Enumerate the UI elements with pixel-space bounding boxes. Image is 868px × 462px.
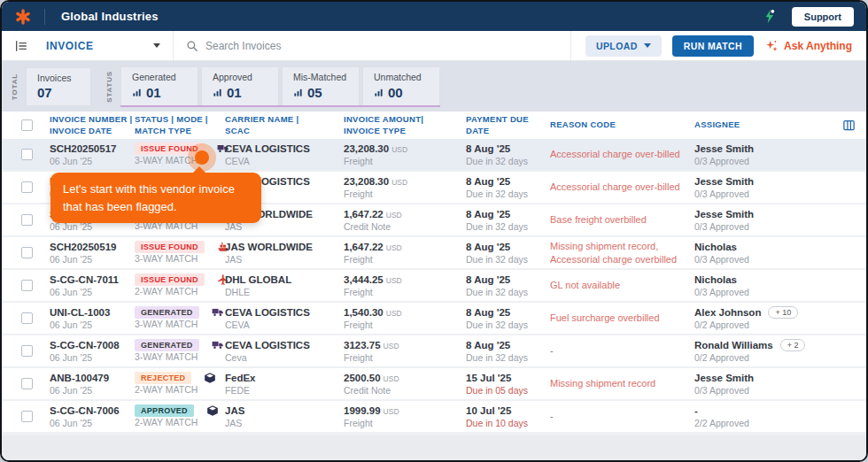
invoice-number: S-CG-CN-7006	[50, 404, 135, 418]
currency-label: USD	[386, 243, 402, 252]
invoice-type: Freight	[344, 189, 466, 201]
due-date: 8 Aug '25	[466, 240, 550, 254]
invoice-number-cell: SCH20250517 06 Jun '25	[50, 142, 135, 168]
row-checkbox[interactable]	[21, 214, 33, 226]
header-carrier[interactable]: CARRIER NAME |SCAC	[225, 114, 344, 136]
carrier-cell: CEVA LOGISTICS CEVA	[225, 305, 344, 332]
status-vertical-label: STATUS	[105, 71, 113, 103]
stat-card-unmatched[interactable]: Unmatched 00	[362, 66, 440, 105]
reason-code: Base freight overbilled	[550, 213, 694, 227]
header-due-date[interactable]: PAYMENT DUE DATE	[466, 114, 550, 136]
match-type: 2-WAY MATCH	[135, 417, 225, 429]
invoice-date: 06 Jun '25	[50, 418, 135, 430]
due-date-cell: 8 Aug '25 Due in 32 days	[466, 338, 550, 365]
guide-tooltip: Let's start with this vendor invoice tha…	[50, 173, 261, 223]
assignee-name: Jesse Smith	[694, 207, 754, 221]
header-invoice-number[interactable]: INVOICE NUMBER |INVOICE DATE	[50, 114, 135, 136]
stat-value: 01	[227, 85, 242, 100]
mode-icon	[206, 404, 219, 417]
header-assignee[interactable]: ASSIGNEE	[694, 119, 825, 130]
mode-icon	[204, 372, 216, 384]
stat-value: 00	[388, 85, 403, 100]
header-amount[interactable]: INVOICE AMOUNT|INVOICE TYPE	[344, 114, 466, 136]
row-checkbox[interactable]	[21, 149, 33, 160]
status-cell: ISSUE FOUND 3-WAY MATCH	[135, 241, 225, 266]
reason-code: -	[550, 410, 694, 423]
due-date-cell: 8 Aug '25 Due in 32 days	[466, 142, 550, 168]
carrier-name: JAS WORLDWIDE	[225, 240, 344, 254]
invoice-table-row[interactable]: SCH20250517 06 Jun '25 ISSUE FOUND 3-WAY…	[2, 139, 866, 170]
reason-code: Missing shipment record	[550, 377, 694, 390]
stat-card-mis-matched[interactable]: Mis-Matched 05	[282, 66, 360, 105]
invoice-number-cell: ANB-100479 06 Jun '25	[50, 371, 135, 397]
invoice-table-row[interactable]: SCH20250519 06 Jun '25 ISSUE FOUND 3-WAY…	[2, 237, 866, 268]
reason-code: GL not available	[550, 279, 694, 292]
header-reason-code[interactable]: REASON CODE	[550, 119, 694, 130]
select-all-checkbox[interactable]	[21, 119, 33, 131]
row-checkbox[interactable]	[21, 181, 33, 193]
ask-anything-button[interactable]: Ask Anything	[764, 39, 852, 53]
due-in: Due in 32 days	[466, 352, 550, 365]
invoice-table-row[interactable]: S-CG-CN-7008 06 Jun '25 GENERATED 3-WAY …	[2, 335, 866, 366]
invoice-date: 06 Jun '25	[50, 352, 135, 365]
invoice-table-row[interactable]: UNI-CL-1003 06 Jun '25 GENERATED 3-WAY M…	[2, 303, 866, 334]
row-checkbox[interactable]	[21, 378, 33, 389]
module-dropdown[interactable]: INVOICE	[41, 31, 174, 60]
due-date: 8 Aug '25	[466, 273, 550, 287]
stat-card-generated[interactable]: Generated 01	[120, 66, 198, 105]
header-status-mode[interactable]: STATUS | MODE |MATCH TYPE	[135, 114, 225, 136]
assignee-extra-badge[interactable]: + 2	[780, 339, 806, 351]
search-input[interactable]	[205, 40, 471, 52]
stat-card-invoices[interactable]: Invoices 07	[26, 67, 91, 106]
carrier-scac: DHLE	[225, 287, 344, 299]
top-bar: Global Industries Support	[2, 2, 866, 31]
row-checkbox[interactable]	[21, 280, 33, 291]
invoice-date: 06 Jun '25	[50, 254, 135, 266]
invoice-amount: 3,444.25	[344, 274, 384, 285]
upload-button[interactable]: UPLOAD	[585, 35, 662, 57]
stat-card-approved[interactable]: Approved 01	[201, 66, 279, 105]
invoice-table-row[interactable]: S-CG-CN-7011 06 Jun '25 ISSUE FOUND 2-WA…	[2, 270, 866, 301]
bar-chart-icon	[374, 88, 384, 97]
carrier-cell: CEVA LOGISTICS Ceva	[225, 338, 344, 365]
reason-code: Fuel surcharge overbilled	[550, 312, 694, 325]
invoice-number: S-CG-CN-7008	[50, 338, 135, 352]
menu-list-icon[interactable]	[2, 31, 41, 60]
due-date-cell: 8 Aug '25 Due in 32 days	[466, 174, 550, 201]
row-checkbox[interactable]	[21, 312, 33, 324]
due-date: 8 Aug '25	[466, 174, 550, 189]
due-date: 10 Jul '25	[466, 404, 550, 418]
approved-count: 0/3 Approved	[694, 254, 825, 266]
invoice-number: SCH20250517	[50, 142, 135, 156]
brand-asterisk-icon[interactable]	[14, 8, 32, 26]
run-match-button[interactable]: RUN MATCH	[672, 35, 754, 57]
currency-label: USD	[386, 211, 402, 219]
column-settings-icon[interactable]	[842, 119, 856, 132]
status-badge: APPROVED	[135, 404, 194, 417]
row-checkbox[interactable]	[21, 345, 33, 357]
bottom-strip	[2, 435, 866, 460]
invoice-amount: 1,647.22	[344, 209, 384, 219]
invoice-amount: 1,540.30	[344, 307, 384, 318]
due-in: Due in 05 days	[466, 385, 550, 397]
due-in: Due in 32 days	[466, 287, 550, 299]
due-date-cell: 8 Aug '25 Due in 32 days	[466, 273, 550, 299]
invoice-table-row[interactable]: ANB-100479 06 Jun '25 REJECTED 2-WAY MAT…	[2, 368, 866, 399]
status-cell: ISSUE FOUND 3-WAY MATCH	[135, 142, 225, 167]
due-in: Due in 32 days	[466, 221, 550, 234]
invoice-amount: 1,647.22	[344, 242, 384, 252]
row-checkbox[interactable]	[21, 247, 33, 258]
invoice-type: Freight	[344, 320, 466, 332]
due-in: Due in 32 days	[466, 320, 550, 332]
assignee-extra-badge[interactable]: + 10	[768, 306, 798, 319]
logo-divider	[44, 9, 45, 25]
assignee-name: Alex Johnson	[694, 305, 761, 320]
row-checkbox[interactable]	[21, 411, 33, 422]
support-button[interactable]: Support	[792, 7, 854, 27]
bolt-icon[interactable]	[763, 8, 778, 25]
invoice-table-row[interactable]: S-CG-CN-7006 06 Jun '25 APPROVED 2-WAY M…	[2, 401, 866, 432]
invoice-type: Credit Note	[344, 385, 466, 397]
due-in: Due in 32 days	[466, 254, 550, 266]
carrier-name: JAS	[225, 404, 344, 418]
amount-cell: 1,647.22USD Freight	[344, 240, 466, 266]
